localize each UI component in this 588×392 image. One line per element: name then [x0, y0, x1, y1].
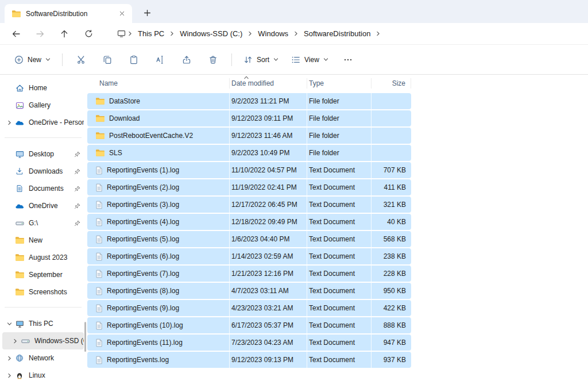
file-date-modified: 1/14/2023 02:59 AM [230, 248, 307, 264]
column-header-type[interactable]: Type [307, 78, 372, 89]
file-type: Text Document [307, 179, 372, 195]
sidebar-item-windows-ssd-c[interactable]: Windows-SSD (C: [2, 332, 84, 349]
cut-button[interactable] [69, 50, 93, 70]
file-date-modified: 11/10/2022 04:57 PM [230, 162, 307, 178]
chevron-right-icon[interactable] [376, 31, 381, 36]
file-name: SLS [109, 149, 122, 157]
sort-button[interactable]: Sort [238, 50, 284, 70]
chevron-right-icon[interactable] [5, 356, 14, 361]
text-doc-icon [95, 183, 103, 192]
onedrive-icon [14, 203, 25, 209]
column-header-date-modified[interactable]: Date modified [230, 78, 307, 89]
tab-softwaredistribution[interactable]: SoftwareDistribution [5, 4, 132, 23]
chevron-down-icon[interactable] [5, 321, 14, 326]
text-doc-icon [95, 304, 103, 313]
sidebar-item-gallery[interactable]: Gallery [2, 97, 84, 114]
chevron-right-icon[interactable] [169, 31, 175, 36]
breadcrumb-this-pc[interactable]: This PC [133, 27, 169, 40]
chevron-right-icon[interactable] [247, 31, 253, 36]
folder-icon [14, 253, 25, 262]
file-row-sls[interactable]: SLS9/2/2023 10:49 PMFile folder [87, 145, 411, 161]
delete-button[interactable] [201, 50, 225, 70]
sidebar-item-new[interactable]: New [2, 232, 84, 249]
chevron-right-icon[interactable] [10, 339, 20, 344]
new-tab-button[interactable] [139, 5, 155, 21]
sidebar-scrollbar[interactable] [84, 322, 86, 352]
trash-icon [208, 55, 218, 64]
column-header-size[interactable]: Size [372, 78, 411, 89]
sidebar-item-this-pc[interactable]: This PC [2, 315, 84, 332]
sidebar-item-network[interactable]: Network [2, 349, 84, 367]
file-type: Text Document [307, 248, 372, 264]
pin-icon [74, 220, 80, 226]
share-button[interactable] [175, 50, 199, 70]
rename-button[interactable] [148, 50, 172, 70]
sidebar-item-september[interactable]: September [2, 266, 84, 283]
close-tab-icon[interactable] [116, 8, 127, 20]
file-row-postrebooteventcache-v2[interactable]: PostRebootEventCache.V29/12/2023 11:46 A… [87, 128, 411, 144]
new-button[interactable]: New [9, 50, 56, 70]
file-row-reportingevents-9-log[interactable]: ReportingEvents (9).log4/23/2023 03:21 A… [87, 300, 411, 316]
copy-button[interactable] [95, 50, 119, 70]
back-button[interactable] [7, 25, 25, 43]
sidebar-item-screenshots[interactable]: Screenshots [2, 283, 84, 301]
chevron-right-icon[interactable] [5, 120, 14, 125]
file-date-modified: 4/23/2023 03:21 AM [230, 300, 307, 316]
refresh-button[interactable] [79, 25, 98, 43]
monitor-icon [117, 29, 126, 38]
file-size: 707 KB [372, 162, 411, 178]
copy-icon [103, 55, 112, 64]
up-button[interactable] [55, 25, 74, 43]
breadcrumb-softwaredistribution[interactable]: SoftwareDistribution [299, 27, 375, 40]
more-button[interactable] [336, 50, 360, 70]
file-row-reportingevents-5-log[interactable]: ReportingEvents (5).log1/6/2023 04:40 PM… [87, 231, 411, 247]
sidebar-item-august-2023[interactable]: August 2023 [2, 249, 84, 266]
column-header-name[interactable]: Name [87, 78, 230, 89]
file-row-reportingevents-7-log[interactable]: ReportingEvents (7).log1/21/2023 12:16 P… [87, 266, 411, 282]
file-name: Download [109, 114, 140, 122]
sort-button-label: Sort [257, 56, 269, 64]
file-row-reportingevents-2-log[interactable]: ReportingEvents (2).log11/19/2022 02:41 … [87, 179, 411, 195]
file-row-reportingevents-4-log[interactable]: ReportingEvents (4).log12/18/2022 09:49 … [87, 214, 411, 230]
sidebar-item-home[interactable]: Home [2, 79, 84, 97]
file-type: File folder [307, 128, 372, 144]
file-date-modified: 12/17/2022 06:45 PM [230, 197, 307, 213]
chevron-right-icon[interactable] [293, 31, 299, 36]
sidebar-item-linux[interactable]: Linux [2, 367, 84, 384]
sidebar-item-desktop[interactable]: Desktop [2, 145, 84, 163]
sidebar-item-downloads[interactable]: Downloads [2, 163, 84, 180]
sidebar-item-onedrive-persona[interactable]: OneDrive - Persona [2, 114, 84, 131]
paste-button[interactable] [122, 50, 146, 70]
file-name: ReportingEvents (4).log [107, 218, 179, 226]
folder-icon [14, 271, 25, 279]
file-row-reportingevents-6-log[interactable]: ReportingEvents (6).log1/14/2023 02:59 A… [87, 248, 411, 264]
forward-button[interactable] [31, 25, 49, 43]
chevron-right-icon[interactable] [127, 31, 133, 36]
view-button[interactable]: View [286, 50, 334, 70]
toolbar-separator [231, 53, 232, 66]
breadcrumb-windows[interactable]: Windows [253, 27, 293, 40]
file-explorer-window: SoftwareDistribution This PCWindows-SSD … [0, 0, 588, 392]
chevron-down-icon [323, 57, 328, 62]
sidebar-item-documents[interactable]: Documents [2, 180, 84, 197]
file-size: 411 KB [372, 179, 411, 195]
file-row-download[interactable]: Download9/12/2023 09:11 PMFile folder [87, 110, 411, 126]
file-row-reportingevents-8-log[interactable]: ReportingEvents (8).log4/7/2023 03:11 AM… [87, 283, 411, 299]
text-doc-icon [95, 252, 103, 261]
rename-icon [156, 55, 165, 64]
breadcrumb-windows-ssd-c[interactable]: Windows-SSD (C:) [175, 27, 247, 40]
file-row-datastore[interactable]: DataStore9/2/2023 11:21 PMFile folder [87, 93, 411, 109]
sidebar-item-onedrive[interactable]: OneDrive [2, 197, 84, 214]
file-type: Text Document [307, 352, 372, 368]
folder-icon [11, 10, 21, 18]
file-row-reportingevents-log[interactable]: ReportingEvents.log9/12/2023 09:13 PMTex… [87, 352, 411, 368]
file-row-reportingevents-10-log[interactable]: ReportingEvents (10).log6/17/2023 05:37 … [87, 317, 411, 333]
sidebar: HomeGalleryOneDrive - Persona DesktopDow… [0, 75, 86, 392]
drive-icon [20, 337, 31, 345]
sidebar-item-g[interactable]: G:\ [2, 214, 84, 232]
file-row-reportingevents-1-log[interactable]: ReportingEvents (1).log11/10/2022 04:57 … [87, 162, 411, 178]
chevron-right-icon[interactable] [5, 373, 14, 378]
file-row-reportingevents-11-log[interactable]: ReportingEvents (11).log7/23/2023 04:23 … [87, 335, 411, 351]
file-row-reportingevents-3-log[interactable]: ReportingEvents (3).log12/17/2022 06:45 … [87, 197, 411, 213]
command-bar: New Sort View [0, 45, 588, 75]
